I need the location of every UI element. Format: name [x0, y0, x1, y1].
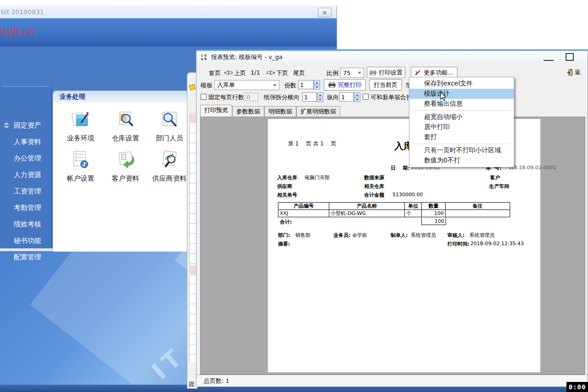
preview-area[interactable]: 第 1 页 共 1 页 入库单 日 期: 2018-09-02 单 号: WX-… — [200, 117, 585, 375]
sidebar-item-fixed-assets[interactable]: 固定资产 — [0, 117, 51, 134]
copies-input[interactable] — [298, 80, 314, 89]
supplier-label: 供应商 — [277, 183, 292, 190]
sidebar-item-attendance[interactable]: 考勤管理 — [0, 199, 51, 216]
template-select[interactable]: 入库单 — [214, 80, 279, 90]
return-button[interactable]: 返 — [566, 68, 581, 76]
last-page-button[interactable]: 尾页 — [293, 69, 305, 77]
scale-value: 75 — [343, 70, 351, 76]
sidebar-item-label: 固定资产 — [14, 121, 41, 130]
next-page-button[interactable]: 下页 — [276, 69, 288, 77]
menu-item-zero-not-print[interactable]: 数值为0不打 — [409, 156, 514, 166]
fixed-rows-checkbox[interactable] — [201, 94, 207, 100]
report-preview-window: 报表预览: 模板编号 - v_ga 首页 上页 1/1 下页 尾页 比例 75 … — [196, 49, 588, 387]
panel-item-department-staff[interactable]: 部门人员 — [147, 109, 191, 143]
fixed-rows-input[interactable] — [245, 93, 258, 101]
template-label: 模板 — [201, 81, 212, 90]
total-pages-text: 总页数: 1 — [204, 377, 229, 385]
fixed-rows-label: 固定每页行数 — [208, 93, 244, 102]
sidebar-item-office[interactable]: 办公管理 — [0, 150, 51, 166]
next-page-icon[interactable] — [266, 70, 275, 76]
spin-down-icon — [356, 99, 359, 101]
menu-item-center-print[interactable]: 居中打印 — [409, 122, 514, 132]
spin-up-icon — [356, 94, 359, 96]
banner-text: nlyit.cn — [0, 25, 35, 39]
preview-tabs: 打印预览 参数数据 明细数据 扩展明细数据 — [200, 106, 340, 117]
menu-separator — [413, 110, 510, 111]
preview-statusbar: 总页数: 1 — [196, 375, 588, 387]
tools-icon — [415, 70, 421, 75]
prev-page-button[interactable]: 上页 — [234, 69, 246, 77]
split-vertical-input[interactable] — [339, 92, 354, 102]
menu-item-save-excel[interactable]: 保存到excel文件 — [409, 79, 514, 89]
report-date-label: 日 期: — [391, 165, 410, 172]
sidebar-item-label: 工资管理 — [14, 187, 41, 196]
sidebar-item-performance[interactable]: 绩效考核 — [0, 216, 51, 232]
minimize-button[interactable] — [544, 54, 554, 61]
panel-item-label: 仓库设置 — [103, 134, 147, 143]
col-remark: 备注 — [446, 203, 510, 210]
first-page-button[interactable]: 首页 — [209, 69, 221, 77]
report-table: 产品编号 产品名称 单位 数量 备注 XXJ 小型机-DG-WG 个 100 — [278, 202, 510, 217]
tab-detail-data[interactable]: 明细数据 — [264, 106, 296, 117]
dept-label: 部门: — [278, 232, 290, 239]
spin-up-icon — [319, 94, 321, 96]
copies-spinner[interactable] — [314, 80, 320, 90]
menu-item-template-design[interactable]: 模版设计 — [409, 89, 514, 99]
sidebar-item-salary[interactable]: 工资管理 — [0, 183, 51, 199]
maker-value: 系统管理员 — [411, 232, 436, 239]
recording-timer: 0:00 — [566, 382, 588, 392]
maker-label: 制单人: — [391, 232, 408, 239]
col-unit: 单位 — [405, 203, 422, 210]
full-print-button[interactable]: 完整打印 — [324, 79, 366, 91]
customer-data-icon — [115, 150, 136, 171]
panel-item-customer-data[interactable]: 客户资料 — [103, 150, 147, 183]
split-horizontal-spinner[interactable] — [317, 92, 323, 102]
merge-print-checkbox[interactable] — [363, 94, 369, 100]
sidebar-item-config[interactable]: 配置管理 — [0, 249, 51, 265]
panel-item-business-env[interactable]: 业务环境 — [59, 109, 103, 143]
total-label: 合计: — [280, 219, 292, 226]
chevron-down-icon — [273, 84, 277, 86]
form-grid-cell — [189, 265, 196, 275]
customer-label: 客户 — [490, 174, 500, 181]
spin-down-icon — [319, 99, 321, 101]
sphere-icon — [3, 122, 10, 129]
panel-item-label: 部门人员 — [147, 134, 191, 143]
menu-item-view-output[interactable]: 察看输出信息 — [409, 99, 514, 109]
print-current-button[interactable]: 打当前页 — [369, 79, 402, 91]
maximize-button[interactable] — [566, 53, 574, 61]
panel-item-supplier-data[interactable]: 供应商资料 — [147, 150, 191, 183]
sidebar-item-label: 秘书功能 — [14, 236, 41, 245]
summary-label: 摘要: — [278, 241, 290, 247]
split-vertical-spinner[interactable] — [354, 92, 360, 102]
print-setup-label: 打印设置 — [379, 69, 403, 77]
department-staff-icon — [159, 109, 180, 130]
amount-label: 合计金额 — [364, 192, 384, 199]
preview-titlebar: 报表预览: 模板编号 - v_ga — [196, 51, 588, 63]
split-horizontal-input[interactable] — [302, 92, 317, 102]
tab-print-preview[interactable]: 打印预览 — [200, 105, 232, 117]
related-no-label: 相关单号 — [277, 192, 297, 199]
prev-page-icon[interactable] — [224, 70, 233, 76]
panel-item-warehouse-setup[interactable]: 仓库设置 — [103, 109, 147, 143]
menu-item-overlay-print[interactable]: 套打 — [409, 132, 514, 142]
tab-extended-detail-data[interactable]: 扩展明细数据 — [296, 106, 340, 117]
return-label: 返 — [575, 68, 581, 76]
panel-item-account-setup[interactable]: 帐户设置 — [59, 150, 103, 183]
mouse-cursor — [440, 91, 447, 102]
screen: bit 20180831 × nlyit.cn IT 固定 — [0, 0, 588, 392]
tab-parameter-data[interactable]: 参数数据 — [232, 106, 264, 117]
sidebar-item-human-resource[interactable]: 人力资源 — [0, 166, 51, 183]
sidebar-item-hr-files[interactable]: 人事资料 — [0, 134, 51, 150]
cell-unit: 个 — [405, 210, 422, 217]
print-setup-button[interactable]: 打印设置 — [367, 67, 405, 78]
menu-item-no-subtotal-single-page[interactable]: 只有一页时不打印小计区域 — [409, 145, 514, 156]
sidebar-item-secretary[interactable]: 秘书功能 — [0, 232, 51, 249]
split-vertical-label: 纵向 — [327, 93, 339, 102]
cell-product-code: XXJ — [278, 210, 329, 217]
close-button[interactable]: × — [318, 8, 332, 17]
main-window-title: bit 20180831 — [1, 8, 44, 16]
cell-quantity: 100 — [422, 210, 446, 217]
menu-item-auto-shrink[interactable]: 超宽自动缩小 — [409, 112, 514, 122]
scale-select[interactable]: 75 — [340, 68, 364, 78]
